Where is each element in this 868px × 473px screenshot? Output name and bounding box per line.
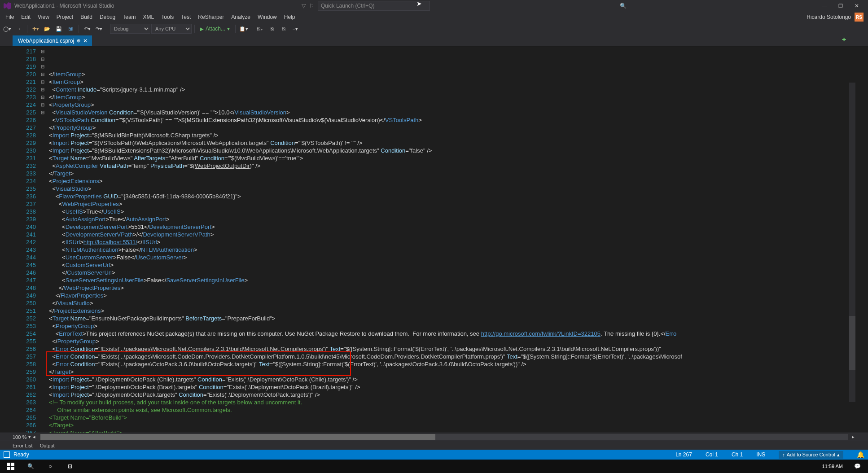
toolbar: ◯▾ → ✚▾ 📂 💾 🖫 ↶▾ ↷▾ Debug Any CPU Attach… xyxy=(0,22,868,35)
notifications-icon[interactable]: 🔔 xyxy=(857,451,864,458)
status-indicator-icon xyxy=(4,451,10,458)
pin-icon[interactable]: ⊕ xyxy=(77,38,80,43)
search-taskbar-icon[interactable]: 🔍 xyxy=(22,460,39,473)
action-center-icon[interactable]: 💬 xyxy=(848,460,866,473)
hscroll-left-icon[interactable]: ◂ xyxy=(33,434,35,440)
hscroll-thumb[interactable] xyxy=(40,434,435,440)
status-ready: Ready xyxy=(13,451,29,458)
config-select[interactable]: Debug xyxy=(110,24,150,34)
scrollbar-horizontal[interactable] xyxy=(40,434,848,440)
menu-file[interactable]: File xyxy=(2,14,18,20)
fold-gutter[interactable]: ⊟⊟⊟⊟⊟⊟⊟⊟⊟ xyxy=(39,47,46,433)
track-add-icon[interactable]: ✚ xyxy=(840,37,847,44)
menu-debug[interactable]: Debug xyxy=(96,14,119,20)
menu-resharper[interactable]: ReSharper xyxy=(194,14,228,20)
svg-rect-1 xyxy=(11,463,14,466)
notification-icon[interactable]: ⚐ xyxy=(309,3,314,9)
save-all-button[interactable]: 🖫 xyxy=(65,23,76,34)
tab-webapplication-csproj[interactable]: WebApplication1.csproj ⊕ ✕ xyxy=(13,35,92,46)
line-number-gutter: 2172182192202212222232242252262272282292… xyxy=(13,47,39,433)
error-list-tab[interactable]: Error List xyxy=(13,443,33,448)
tb-icon-2[interactable]: ⎘▾ xyxy=(255,23,266,34)
menu-xml[interactable]: XML xyxy=(140,14,158,20)
user-avatar[interactable]: RS xyxy=(855,13,864,22)
windows-taskbar: 🔍 ○ ⊡ 11:59 AM 💬 xyxy=(0,460,868,473)
menu-test[interactable]: Test xyxy=(177,14,194,20)
quick-launch-input[interactable]: Quick Launch (Ctrl+Q) xyxy=(318,1,430,11)
undo-button[interactable]: ↶▾ xyxy=(82,23,92,34)
search-icon[interactable]: 🔍 xyxy=(620,3,627,9)
tab-close-icon[interactable]: ✕ xyxy=(83,38,88,44)
zoom-chevron-icon[interactable]: ▾ xyxy=(28,434,31,440)
quick-launch-placeholder: Quick Launch (Ctrl+Q) xyxy=(321,3,375,9)
scrollbar-vertical[interactable] xyxy=(849,83,855,402)
output-tab[interactable]: Output xyxy=(40,443,55,448)
status-line: Ln 267 xyxy=(675,451,692,458)
code-content[interactable]: </ItemGroup> <ItemGroup> <Content Includ… xyxy=(46,47,855,433)
cortana-icon[interactable]: ○ xyxy=(41,460,59,473)
zoom-level[interactable]: 100 % xyxy=(13,434,26,440)
attach-button[interactable]: Attach...▾ xyxy=(197,26,232,32)
nav-back-button[interactable]: ◯▾ xyxy=(2,23,13,34)
scrollbar-thumb[interactable] xyxy=(849,316,855,370)
output-panel-tabs: Error List Output xyxy=(0,441,868,450)
menu-analyze[interactable]: Analyze xyxy=(228,14,254,20)
platform-select[interactable]: Any CPU xyxy=(151,24,192,34)
tab-bar: WebApplication1.csproj ⊕ ✕ xyxy=(0,35,868,47)
maximize-button[interactable] xyxy=(833,1,848,11)
redo-button[interactable]: ↷▾ xyxy=(93,23,104,34)
menu-help[interactable]: Help xyxy=(281,14,299,20)
filter-icon[interactable]: ▽ xyxy=(302,3,306,9)
user-name[interactable]: Ricardo Sotolongo xyxy=(803,14,855,20)
tab-label: WebApplication1.csproj xyxy=(18,38,74,44)
status-char: Ch 1 xyxy=(732,451,743,458)
menu-project[interactable]: Project xyxy=(53,14,77,20)
start-button[interactable] xyxy=(2,460,20,473)
svg-rect-2 xyxy=(7,467,10,470)
tb-icon-4[interactable]: ⎘ xyxy=(278,23,289,34)
nav-fwd-button[interactable]: → xyxy=(13,23,24,34)
window-title: WebApplication1 - Microsoft Visual Studi… xyxy=(14,3,114,9)
zoom-scroll-row: 100 % ▾ ◂ ▸ xyxy=(0,433,868,441)
tb-icon-1[interactable]: 📋▾ xyxy=(238,23,249,34)
menu-edit[interactable]: Edit xyxy=(18,14,34,20)
menu-view[interactable]: View xyxy=(34,14,53,20)
svg-rect-0 xyxy=(7,463,10,466)
titlebar: WebApplication1 - Microsoft Visual Studi… xyxy=(0,0,868,12)
svg-rect-3 xyxy=(11,467,14,470)
menu-tools[interactable]: Tools xyxy=(158,14,177,20)
open-button[interactable]: 📂 xyxy=(42,23,53,34)
tb-icon-5[interactable]: ≡▾ xyxy=(290,23,301,34)
menu-bar: File Edit View Project Build Debug Team … xyxy=(0,12,868,22)
taskbar-clock[interactable]: 11:59 AM xyxy=(819,464,846,469)
save-button[interactable]: 💾 xyxy=(53,23,64,34)
status-col: Col 1 xyxy=(706,451,718,458)
task-view-icon[interactable]: ⊡ xyxy=(61,460,79,473)
tb-icon-3[interactable]: ⎘ xyxy=(267,23,277,34)
minimize-button[interactable] xyxy=(817,1,832,11)
menu-window[interactable]: Window xyxy=(254,14,281,20)
status-bar: Ready Ln 267 Col 1 Ch 1 INS ↑ Add to Sou… xyxy=(0,450,868,460)
code-editor[interactable]: 2172182192202212222232242252262272282292… xyxy=(13,47,855,433)
hscroll-right-icon[interactable]: ▸ xyxy=(852,434,855,440)
add-source-control-button[interactable]: ↑ Add to Source Control ▴ xyxy=(779,451,843,459)
new-project-button[interactable]: ✚▾ xyxy=(30,23,41,34)
visual-studio-logo-icon xyxy=(4,2,11,9)
close-button[interactable] xyxy=(849,1,864,11)
menu-build[interactable]: Build xyxy=(77,14,96,20)
menu-team[interactable]: Team xyxy=(119,14,139,20)
status-ins: INS xyxy=(756,451,765,458)
